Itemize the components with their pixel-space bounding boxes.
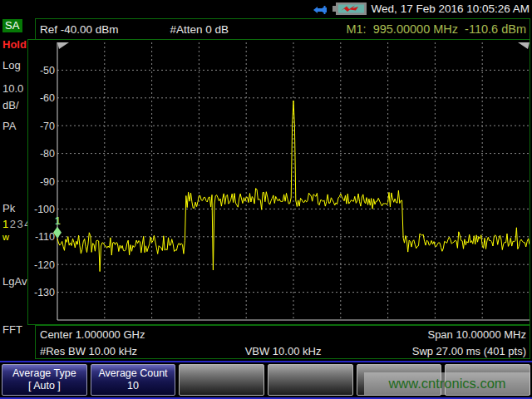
average-type-label: LgAv bbox=[2, 275, 27, 288]
battery-charging-icon bbox=[332, 2, 367, 16]
detector-label: Pk bbox=[2, 202, 15, 214]
bottom-annotation-bar: Center 1.000000 GHz Span 10.00000 MHz #R… bbox=[35, 325, 530, 359]
watermark: www.cntronics.com bbox=[364, 372, 530, 395]
sweep-time-label: Swp 27.00 ms (401 pts) bbox=[321, 345, 526, 357]
ref-corner-triangle-left bbox=[57, 42, 69, 49]
sweep-hold-label: Hold bbox=[2, 38, 27, 51]
spectrum-plot-svg: -50-60-70-80-90-100-110-120-1301 bbox=[28, 40, 530, 324]
res-bw-label: #Res BW 10.00 kHz bbox=[40, 345, 245, 357]
graticule: -50-60-70-80-90-100-110-120-130 bbox=[34, 42, 530, 320]
y-axis-tick-label: -80 bbox=[40, 148, 55, 160]
scale-unit-label: dB/ bbox=[2, 99, 19, 111]
scale-value-label: 10.0 bbox=[2, 82, 23, 95]
scale-type-label: Log bbox=[2, 59, 21, 71]
y-axis-tick-label: -100 bbox=[34, 204, 55, 215]
preamp-label: PA bbox=[2, 120, 16, 132]
datetime-text: Wed, 17 Feb 2016 10:05:26 AM bbox=[372, 2, 530, 15]
fft-mode-label: FFT bbox=[2, 323, 22, 336]
marker-readout: M1: 995.00000 MHz -110.6 dBm bbox=[346, 22, 526, 36]
attenuation-label: #Atten 0 dB bbox=[170, 23, 229, 36]
y-axis-tick-label: -120 bbox=[34, 259, 55, 271]
softkey-label-line2: 10 bbox=[127, 380, 139, 392]
mode-sidebar: SA Hold Log 10.0 dB/ PA Pk 1234 w LgAv F… bbox=[0, 17, 27, 360]
softkey-label-line1: Average Type bbox=[12, 367, 76, 380]
mode-badge: SA bbox=[2, 19, 22, 32]
softkey-label-line1: Average Count bbox=[98, 367, 167, 380]
y-axis-tick-label: -130 bbox=[34, 287, 55, 298]
span-label: Span 10.00000 MHz bbox=[283, 328, 527, 341]
y-axis-tick-label: -110 bbox=[35, 231, 55, 243]
trace-number-active: 1 bbox=[2, 218, 10, 230]
usb-icon bbox=[312, 2, 328, 16]
ref-corner-triangle-right bbox=[518, 42, 530, 49]
top-annotation-bar: Ref -40.00 dBm #Atten 0 dB M1: 995.00000… bbox=[35, 18, 530, 40]
y-axis-tick-label: -60 bbox=[40, 92, 55, 104]
status-cluster: Wed, 17 Feb 2016 10:05:26 AM bbox=[312, 0, 530, 17]
softkey-average-count[interactable]: Average Count 10 bbox=[91, 364, 176, 396]
softkey-separator-top bbox=[0, 361, 532, 362]
trace-write-indicator: w bbox=[2, 232, 9, 242]
center-freq-label: Center 1.000000 GHz bbox=[40, 328, 283, 341]
y-axis-tick-label: -50 bbox=[40, 65, 55, 76]
ref-level-label: Ref -40.00 dBm bbox=[40, 23, 119, 36]
softkey-blank-3[interactable] bbox=[179, 364, 264, 396]
y-axis-tick-label: -90 bbox=[40, 176, 55, 188]
status-bar: Wed, 17 Feb 2016 10:05:26 AM bbox=[0, 0, 532, 17]
marker-1-label: 1 bbox=[55, 215, 61, 227]
softkey-label-line2: [ Auto ] bbox=[28, 380, 61, 392]
softkey-average-type[interactable]: Average Type [ Auto ] bbox=[2, 364, 87, 396]
vbw-label: VBW 10.00 kHz bbox=[245, 345, 322, 357]
freq-annotation-row: Center 1.000000 GHz Span 10.00000 MHz bbox=[36, 326, 530, 342]
bw-annotation-row: #Res BW 10.00 kHz VBW 10.00 kHz Swp 27.0… bbox=[36, 342, 530, 359]
spectrum-plot: -50-60-70-80-90-100-110-120-1301 bbox=[27, 39, 530, 325]
y-axis-tick-label: -70 bbox=[40, 121, 55, 132]
softkey-blank-4[interactable] bbox=[268, 364, 353, 396]
